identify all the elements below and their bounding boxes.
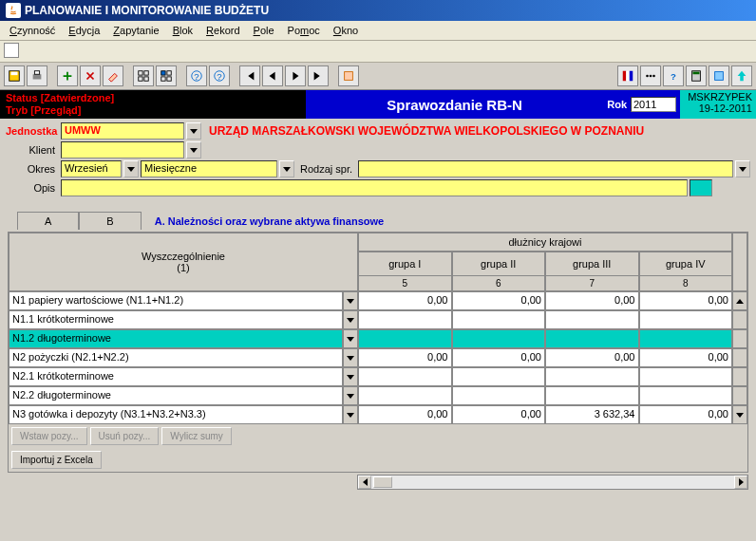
hscroll-bar[interactable] <box>357 475 748 490</box>
vscroll-track[interactable] <box>732 310 747 329</box>
menu-czynnosc[interactable]: Czynność <box>4 23 61 38</box>
row-name[interactable]: N1.2 długoterminowe <box>9 329 343 348</box>
row-value[interactable] <box>452 386 546 405</box>
dots-button[interactable] <box>640 65 661 86</box>
row-value[interactable]: 3 632,34 <box>545 405 639 424</box>
vscroll-track[interactable] <box>732 367 747 386</box>
row-dropdown[interactable] <box>343 310 358 329</box>
row-dropdown[interactable] <box>343 291 358 310</box>
row-value[interactable]: 0,00 <box>452 405 546 424</box>
row-value[interactable] <box>358 386 452 405</box>
row-name[interactable]: N1.1 krótkoterminowe <box>9 310 343 329</box>
vscroll-track[interactable] <box>732 386 747 405</box>
row-value[interactable] <box>452 329 546 348</box>
tool-button[interactable] <box>338 65 359 86</box>
hscroll-right[interactable] <box>734 476 747 489</box>
row-value[interactable] <box>452 367 546 386</box>
row-name[interactable]: N2.2 długoterminowe <box>9 386 343 405</box>
okres-type-dropdown[interactable] <box>279 160 294 177</box>
menu-edycja[interactable]: Edycja <box>63 23 105 38</box>
row-dropdown[interactable] <box>343 405 358 424</box>
jednostka-field[interactable]: UMWW <box>61 122 184 140</box>
menu-okno[interactable]: Okno <box>328 23 364 38</box>
vscroll-up[interactable] <box>732 291 747 310</box>
row-value[interactable] <box>545 386 639 405</box>
row-name[interactable]: N3 gotówka i depozyty (N3.1+N3.2+N3.3) <box>9 405 343 424</box>
menu-blok[interactable]: Blok <box>167 23 198 38</box>
menu-pole[interactable]: Pole <box>248 23 280 38</box>
row-dropdown[interactable] <box>343 348 358 367</box>
vscroll-down[interactable] <box>732 405 747 424</box>
okres-month-dropdown[interactable] <box>123 160 139 177</box>
flag-button[interactable] <box>617 65 638 86</box>
row-value[interactable]: 0,00 <box>639 291 733 310</box>
help1-button[interactable]: ? <box>186 65 207 86</box>
wylicz-button[interactable]: Wylicz sumy <box>161 427 231 445</box>
tab-a[interactable]: A <box>17 212 79 230</box>
jednostka-dropdown[interactable] <box>186 122 201 140</box>
row-value[interactable] <box>639 310 733 329</box>
menu-zapytanie[interactable]: Zapytanie <box>107 23 164 38</box>
klient-field[interactable] <box>61 141 184 159</box>
row-dropdown[interactable] <box>343 329 358 348</box>
wstaw-button[interactable]: Wstaw pozy... <box>11 427 87 445</box>
row-value[interactable] <box>639 329 733 348</box>
help3-button[interactable]: ? <box>663 65 684 86</box>
opis-field[interactable] <box>61 179 688 196</box>
next-button[interactable] <box>285 65 306 86</box>
last-button[interactable] <box>308 65 329 86</box>
row-name[interactable]: N2 pożyczki (N2.1+N2.2) <box>9 348 343 367</box>
usun-button[interactable]: Usuń pozy... <box>90 427 160 445</box>
prev-button[interactable] <box>262 65 283 86</box>
row-value[interactable] <box>358 329 452 348</box>
delete-button[interactable] <box>80 65 101 86</box>
import-button[interactable]: Importuj z Excela <box>11 451 102 469</box>
menu-rekord[interactable]: Rekord <box>200 23 245 38</box>
row-value[interactable]: 0,00 <box>545 348 639 367</box>
row-value[interactable]: 0,00 <box>358 291 452 310</box>
row-value[interactable] <box>358 310 452 329</box>
row-name[interactable]: N1 papiery wartościowe (N1.1+N1.2) <box>9 291 343 310</box>
row-dropdown[interactable] <box>343 367 358 386</box>
row-value[interactable] <box>639 367 733 386</box>
calc-button[interactable] <box>686 65 707 86</box>
print-button[interactable] <box>27 65 47 86</box>
row-value[interactable] <box>452 310 546 329</box>
row-dropdown[interactable] <box>343 386 358 405</box>
clear-button[interactable] <box>103 65 123 86</box>
first-button[interactable] <box>239 65 260 86</box>
report-title: Sprawozdanie RB-N <box>306 90 603 119</box>
hscroll-left[interactable] <box>358 476 371 489</box>
rodzaj-field[interactable] <box>358 160 733 177</box>
row-name[interactable]: N2.1 krótkoterminowe <box>9 367 343 386</box>
vscroll-track[interactable] <box>732 348 747 367</box>
row-value[interactable] <box>545 329 639 348</box>
row-value[interactable] <box>545 310 639 329</box>
row-value[interactable]: 0,00 <box>358 405 452 424</box>
row-value[interactable] <box>639 386 733 405</box>
okres-type-field[interactable]: Miesięczne <box>141 160 277 177</box>
save-button[interactable] <box>4 65 25 86</box>
row-value[interactable]: 0,00 <box>545 291 639 310</box>
menu-pomoc[interactable]: Pomoc <box>282 23 326 38</box>
help2-button[interactable]: ? <box>209 65 230 86</box>
rok-input[interactable] <box>631 97 676 112</box>
row-value[interactable]: 0,00 <box>452 291 546 310</box>
tab-b[interactable]: B <box>79 212 141 230</box>
grid1-button[interactable] <box>133 65 154 86</box>
grid2-button[interactable] <box>156 65 177 86</box>
vscroll-track[interactable] <box>732 329 747 348</box>
exit-button[interactable] <box>731 65 752 86</box>
row-value[interactable]: 0,00 <box>452 348 546 367</box>
okres-month-field[interactable]: Wrzesień <box>61 160 122 177</box>
row-value[interactable]: 0,00 <box>639 348 733 367</box>
hscroll-thumb[interactable] <box>373 476 392 488</box>
settings-button[interactable] <box>709 65 729 86</box>
row-value[interactable]: 0,00 <box>358 348 452 367</box>
row-value[interactable] <box>545 367 639 386</box>
add-button[interactable] <box>57 65 78 86</box>
row-value[interactable] <box>358 367 452 386</box>
row-value[interactable]: 0,00 <box>639 405 733 424</box>
klient-dropdown[interactable] <box>186 141 201 159</box>
rodzaj-dropdown[interactable] <box>735 160 750 177</box>
